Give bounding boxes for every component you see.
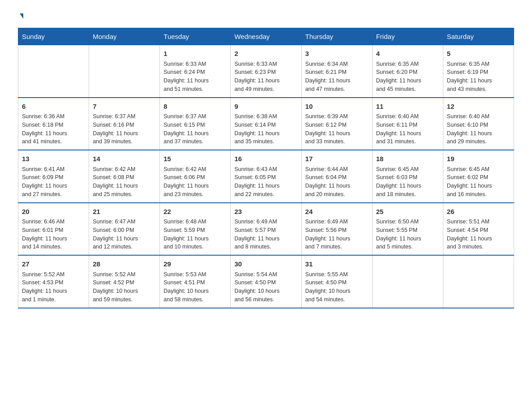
day-info: Sunrise: 6:36 AM Sunset: 6:18 PM Dayligh… — [22, 112, 85, 146]
day-info: Sunrise: 5:54 AM Sunset: 4:50 PM Dayligh… — [234, 270, 297, 304]
calendar-cell: 28Sunrise: 5:52 AM Sunset: 4:52 PM Dayli… — [89, 255, 160, 308]
calendar-cell: 6Sunrise: 6:36 AM Sunset: 6:18 PM Daylig… — [18, 98, 89, 150]
day-info: Sunrise: 5:51 AM Sunset: 4:54 PM Dayligh… — [447, 218, 510, 251]
day-number: 4 — [376, 49, 439, 59]
day-info: Sunrise: 6:37 AM Sunset: 6:15 PM Dayligh… — [163, 112, 227, 146]
calendar-cell: 18Sunrise: 6:45 AM Sunset: 6:03 PM Dayli… — [372, 150, 443, 203]
calendar-cell: 22Sunrise: 6:48 AM Sunset: 5:59 PM Dayli… — [160, 203, 231, 256]
calendar-cell: 24Sunrise: 6:49 AM Sunset: 5:56 PM Dayli… — [301, 203, 372, 256]
day-info: Sunrise: 5:53 AM Sunset: 4:51 PM Dayligh… — [163, 270, 227, 304]
day-number: 30 — [234, 259, 297, 270]
calendar-cell: 8Sunrise: 6:37 AM Sunset: 6:15 PM Daylig… — [160, 98, 231, 150]
day-info: Sunrise: 6:49 AM Sunset: 5:57 PM Dayligh… — [234, 218, 297, 251]
day-info: Sunrise: 6:33 AM Sunset: 6:24 PM Dayligh… — [163, 60, 227, 94]
calendar-table: SundayMondayTuesdayWednesdayThursdayFrid… — [18, 28, 514, 308]
calendar-cell — [18, 45, 89, 98]
day-info: Sunrise: 6:46 AM Sunset: 6:01 PM Dayligh… — [22, 218, 85, 251]
weekday-header-thursday: Thursday — [301, 28, 372, 45]
day-info: Sunrise: 6:38 AM Sunset: 6:14 PM Dayligh… — [234, 112, 297, 146]
calendar-cell: 20Sunrise: 6:46 AM Sunset: 6:01 PM Dayli… — [18, 203, 89, 256]
calendar-week-5: 27Sunrise: 5:52 AM Sunset: 4:53 PM Dayli… — [18, 255, 514, 308]
weekday-header-sunday: Sunday — [18, 28, 89, 45]
weekday-header-row: SundayMondayTuesdayWednesdayThursdayFrid… — [18, 28, 514, 45]
day-number: 15 — [163, 154, 227, 164]
logo — [18, 13, 23, 19]
calendar-cell: 9Sunrise: 6:38 AM Sunset: 6:14 PM Daylig… — [231, 98, 301, 150]
day-number: 12 — [447, 102, 510, 112]
day-number: 26 — [447, 207, 510, 217]
calendar-week-2: 6Sunrise: 6:36 AM Sunset: 6:18 PM Daylig… — [18, 98, 514, 150]
day-number: 19 — [447, 154, 510, 164]
calendar-cell: 13Sunrise: 6:41 AM Sunset: 6:09 PM Dayli… — [18, 150, 89, 203]
day-info: Sunrise: 6:40 AM Sunset: 6:10 PM Dayligh… — [447, 112, 510, 146]
day-number: 27 — [22, 259, 85, 270]
day-info: Sunrise: 6:34 AM Sunset: 6:21 PM Dayligh… — [305, 60, 369, 94]
day-number: 14 — [93, 154, 156, 164]
calendar-cell: 4Sunrise: 6:35 AM Sunset: 6:20 PM Daylig… — [372, 45, 443, 98]
calendar-cell: 31Sunrise: 5:55 AM Sunset: 4:50 PM Dayli… — [301, 255, 372, 308]
day-number: 8 — [163, 102, 227, 112]
day-number: 7 — [93, 102, 156, 112]
calendar-cell: 19Sunrise: 6:45 AM Sunset: 6:02 PM Dayli… — [443, 150, 514, 203]
calendar-week-4: 20Sunrise: 6:46 AM Sunset: 6:01 PM Dayli… — [18, 203, 514, 256]
day-info: Sunrise: 6:50 AM Sunset: 5:55 PM Dayligh… — [376, 218, 439, 251]
day-number: 23 — [234, 207, 297, 217]
day-number: 9 — [234, 102, 297, 112]
calendar-cell: 27Sunrise: 5:52 AM Sunset: 4:53 PM Dayli… — [18, 255, 89, 308]
day-info: Sunrise: 6:42 AM Sunset: 6:08 PM Dayligh… — [93, 165, 156, 199]
page-header — [18, 13, 514, 19]
day-info: Sunrise: 6:39 AM Sunset: 6:12 PM Dayligh… — [305, 112, 369, 146]
calendar-cell: 10Sunrise: 6:39 AM Sunset: 6:12 PM Dayli… — [301, 98, 372, 150]
calendar-cell — [443, 255, 514, 308]
day-number: 16 — [234, 154, 297, 164]
calendar-cell: 23Sunrise: 6:49 AM Sunset: 5:57 PM Dayli… — [231, 203, 301, 256]
calendar-cell: 11Sunrise: 6:40 AM Sunset: 6:11 PM Dayli… — [372, 98, 443, 150]
day-info: Sunrise: 6:44 AM Sunset: 6:04 PM Dayligh… — [305, 165, 369, 199]
day-number: 2 — [234, 49, 297, 59]
day-info: Sunrise: 6:43 AM Sunset: 6:05 PM Dayligh… — [234, 165, 297, 199]
day-number: 29 — [163, 259, 227, 270]
calendar-cell: 5Sunrise: 6:35 AM Sunset: 6:19 PM Daylig… — [443, 45, 514, 98]
day-info: Sunrise: 6:45 AM Sunset: 6:03 PM Dayligh… — [376, 165, 439, 199]
day-number: 22 — [163, 207, 227, 217]
calendar-cell: 30Sunrise: 5:54 AM Sunset: 4:50 PM Dayli… — [231, 255, 301, 308]
calendar-cell: 26Sunrise: 5:51 AM Sunset: 4:54 PM Dayli… — [443, 203, 514, 256]
day-info: Sunrise: 6:37 AM Sunset: 6:16 PM Dayligh… — [93, 112, 156, 146]
calendar-cell: 21Sunrise: 6:47 AM Sunset: 6:00 PM Dayli… — [89, 203, 160, 256]
calendar-cell: 7Sunrise: 6:37 AM Sunset: 6:16 PM Daylig… — [89, 98, 160, 150]
day-number: 18 — [376, 154, 439, 164]
weekday-header-friday: Friday — [372, 28, 443, 45]
day-info: Sunrise: 5:52 AM Sunset: 4:52 PM Dayligh… — [93, 270, 156, 304]
calendar-cell: 17Sunrise: 6:44 AM Sunset: 6:04 PM Dayli… — [301, 150, 372, 203]
calendar-week-3: 13Sunrise: 6:41 AM Sunset: 6:09 PM Dayli… — [18, 150, 514, 203]
calendar-cell — [89, 45, 160, 98]
day-number: 6 — [22, 102, 85, 112]
day-number: 5 — [447, 49, 510, 59]
calendar-cell: 2Sunrise: 6:33 AM Sunset: 6:23 PM Daylig… — [231, 45, 301, 98]
day-number: 28 — [93, 259, 156, 270]
weekday-header-tuesday: Tuesday — [160, 28, 231, 45]
day-number: 11 — [376, 102, 439, 112]
calendar-cell: 16Sunrise: 6:43 AM Sunset: 6:05 PM Dayli… — [231, 150, 301, 203]
day-number: 10 — [305, 102, 369, 112]
day-info: Sunrise: 6:35 AM Sunset: 6:19 PM Dayligh… — [447, 60, 510, 94]
logo-triangle-icon — [20, 13, 23, 19]
day-number: 31 — [305, 259, 369, 270]
day-info: Sunrise: 6:47 AM Sunset: 6:00 PM Dayligh… — [93, 218, 156, 251]
day-info: Sunrise: 5:55 AM Sunset: 4:50 PM Dayligh… — [305, 270, 369, 304]
calendar-cell: 15Sunrise: 6:42 AM Sunset: 6:06 PM Dayli… — [160, 150, 231, 203]
weekday-header-saturday: Saturday — [443, 28, 514, 45]
calendar-cell: 3Sunrise: 6:34 AM Sunset: 6:21 PM Daylig… — [301, 45, 372, 98]
day-info: Sunrise: 6:33 AM Sunset: 6:23 PM Dayligh… — [234, 60, 297, 94]
day-number: 17 — [305, 154, 369, 164]
day-info: Sunrise: 6:41 AM Sunset: 6:09 PM Dayligh… — [22, 165, 85, 199]
day-info: Sunrise: 5:52 AM Sunset: 4:53 PM Dayligh… — [22, 270, 85, 304]
day-number: 3 — [305, 49, 369, 59]
calendar-cell: 1Sunrise: 6:33 AM Sunset: 6:24 PM Daylig… — [160, 45, 231, 98]
day-info: Sunrise: 6:35 AM Sunset: 6:20 PM Dayligh… — [376, 60, 439, 94]
weekday-header-wednesday: Wednesday — [231, 28, 301, 45]
weekday-header-monday: Monday — [89, 28, 160, 45]
day-number: 25 — [376, 207, 439, 217]
day-number: 1 — [163, 49, 227, 59]
day-number: 20 — [22, 207, 85, 217]
